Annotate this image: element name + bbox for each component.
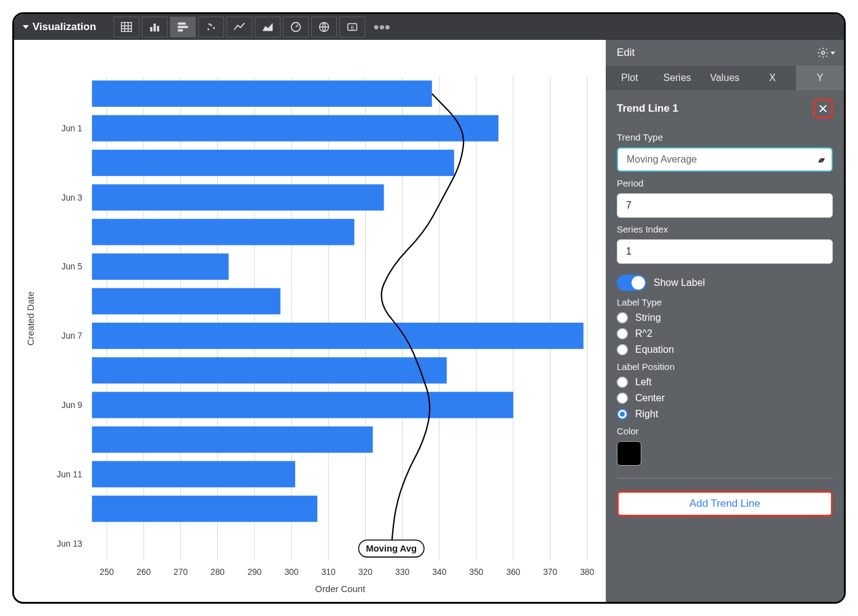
x-axis-label: Order Count (315, 584, 365, 594)
bar[interactable] (92, 115, 498, 142)
edit-panel-title: Edit (617, 47, 635, 59)
series-index-value: 1 (626, 246, 632, 257)
svg-text:300: 300 (284, 567, 298, 577)
svg-rect-9 (177, 26, 188, 28)
tab-y[interactable]: Y (796, 66, 844, 90)
tab-series[interactable]: Series (654, 66, 701, 90)
radio-icon (617, 377, 628, 388)
remove-trend-line-button[interactable] (813, 99, 833, 118)
label-position-left-radio[interactable]: Left (617, 377, 833, 388)
bar[interactable] (92, 288, 280, 315)
viz-type-gauge-button[interactable] (283, 17, 309, 37)
svg-text:320: 320 (358, 567, 373, 577)
bar[interactable] (92, 461, 295, 487)
svg-text:Jun 1: Jun 1 (61, 123, 82, 133)
svg-text:270: 270 (174, 567, 188, 577)
viz-type-single-value-button[interactable]: 6 (339, 17, 365, 37)
svg-text:Jun 3: Jun 3 (61, 193, 82, 202)
viz-type-map-button[interactable] (311, 17, 337, 37)
area-chart-icon (261, 20, 274, 34)
edit-panel-header: Edit (606, 40, 844, 66)
svg-text:Jun 13: Jun 13 (57, 539, 83, 549)
svg-text:310: 310 (322, 567, 336, 577)
label-type-r2-radio[interactable]: R^2 (617, 328, 833, 339)
svg-text:360: 360 (506, 567, 520, 577)
viz-type-column-button[interactable] (142, 17, 168, 37)
period-value: 7 (626, 200, 632, 211)
bar[interactable] (92, 150, 454, 176)
label-type-string-radio[interactable]: String (617, 312, 833, 323)
viz-type-table-button[interactable] (114, 17, 139, 37)
svg-line-16 (296, 25, 298, 27)
svg-rect-10 (177, 29, 182, 32)
label-position-right-radio[interactable]: Right (617, 409, 833, 420)
svg-text:250: 250 (99, 567, 114, 577)
show-label-toggle[interactable] (617, 275, 646, 291)
tab-plot[interactable]: Plot (606, 66, 654, 90)
series-index-input[interactable]: 1 (617, 239, 833, 264)
globe-icon (317, 20, 331, 34)
tab-x[interactable]: X (749, 66, 797, 90)
line-chart-icon (233, 20, 246, 34)
app-window: Visualization (12, 12, 846, 604)
period-label: Period (617, 178, 833, 188)
bar[interactable] (92, 184, 384, 210)
viz-type-line-button[interactable] (226, 17, 252, 37)
svg-text:Jun 7: Jun 7 (61, 331, 82, 341)
chart-canvas: 2502602702802903003103203303403503603703… (14, 40, 606, 602)
bar[interactable] (92, 323, 584, 349)
gauge-icon (289, 20, 303, 34)
bar[interactable] (92, 253, 229, 280)
bar[interactable] (92, 357, 447, 383)
edit-panel: Edit Plot Series Values X Y Trend Line 1 (606, 40, 844, 602)
table-icon (120, 20, 133, 34)
svg-point-11 (207, 28, 209, 30)
svg-text:Jun 9: Jun 9 (61, 400, 82, 410)
close-icon (817, 103, 829, 114)
gear-icon (817, 47, 829, 59)
svg-point-12 (210, 25, 212, 26)
trend-type-value: Moving Average (627, 154, 697, 165)
label-type-equation-radio[interactable]: Equation (617, 344, 833, 355)
svg-point-13 (213, 27, 215, 29)
svg-point-55 (822, 52, 825, 55)
viz-type-bar-button[interactable] (170, 17, 196, 37)
trend-color-swatch[interactable] (617, 441, 641, 466)
svg-rect-8 (177, 23, 185, 25)
svg-rect-5 (150, 27, 152, 31)
period-input[interactable]: 7 (617, 193, 833, 218)
bar[interactable] (92, 496, 317, 522)
bar[interactable] (92, 219, 355, 245)
add-trend-line-button[interactable]: Add Trend Line (617, 491, 833, 517)
viz-type-area-button[interactable] (255, 17, 280, 37)
svg-rect-7 (157, 26, 159, 31)
radio-icon (617, 312, 628, 323)
label-position-center-radio[interactable]: Center (617, 393, 833, 404)
viz-type-scatter-button[interactable] (198, 17, 224, 37)
caret-down-icon (23, 25, 29, 29)
radio-icon (617, 409, 628, 420)
trend-type-label: Trend Type (617, 132, 833, 142)
panel-title-text: Visualization (33, 21, 96, 33)
y-axis-label: Created Date (26, 291, 36, 345)
trend-type-select[interactable]: Moving Average ▴▾ (617, 147, 833, 172)
bar[interactable] (92, 426, 373, 453)
bar-chart: 2502602702802903003103203303403503603703… (19, 52, 601, 597)
trend-label-text: Moving Avg (366, 544, 417, 553)
svg-text:280: 280 (211, 567, 225, 577)
bar[interactable] (92, 392, 513, 418)
single-value-icon: 6 (346, 20, 359, 34)
svg-text:330: 330 (395, 567, 409, 577)
caret-down-icon (830, 52, 835, 55)
top-toolbar: Visualization (14, 14, 844, 40)
viz-type-more-button[interactable]: ••• (368, 24, 396, 30)
scatter-icon (204, 20, 218, 34)
color-label: Color (617, 426, 833, 436)
bar[interactable] (92, 80, 432, 107)
panel-title-visualization[interactable]: Visualization (23, 21, 96, 33)
tab-values[interactable]: Values (701, 66, 749, 90)
label-position-label: Label Position (617, 361, 833, 372)
toggle-knob (632, 276, 645, 290)
settings-menu-button[interactable] (817, 47, 835, 59)
column-chart-icon (148, 20, 161, 34)
